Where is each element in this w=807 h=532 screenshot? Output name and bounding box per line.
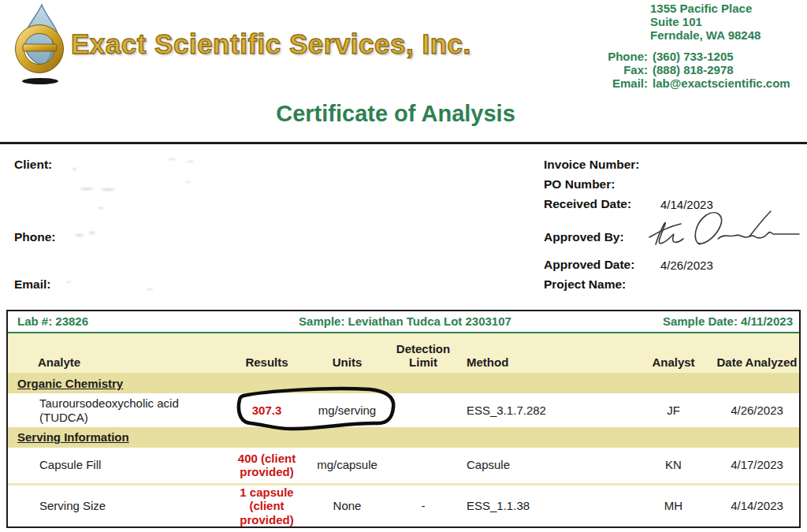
company-name: Exact Scientific Services, Inc.: [71, 28, 471, 60]
method-cell: Capsule: [457, 458, 632, 472]
analyst-cell: JF: [632, 404, 715, 418]
units-column-header: Units: [305, 355, 389, 369]
fax-row: Fax: (888) 818-2978: [582, 63, 790, 76]
po-number-label: PO Number:: [544, 177, 615, 192]
analyst-cell: KN: [632, 458, 715, 472]
detection-limit-cell: -: [389, 499, 457, 513]
analyte-column-header: Analyte: [8, 355, 229, 369]
sample-date: Sample Date: 4/11/2023: [556, 314, 799, 328]
section-header-organic-chemistry: Organic Chemistry: [8, 373, 799, 393]
lab-number: Lab #: 23826: [8, 314, 254, 328]
company-contact-block: Phone: (360) 733-1205 Fax: (888) 818-297…: [582, 50, 790, 90]
approved-date-label: Approved Date:: [544, 258, 634, 272]
page-title: Certificate of Analysis: [0, 101, 791, 127]
redaction-smudge: [76, 234, 84, 236]
sample-name: Sample: Leviathan Tudca Lot 2303107: [254, 314, 556, 328]
analyst-column-header: Analyst: [632, 355, 715, 369]
company-address: 1355 Pacific Place Suite 101 Ferndale, W…: [650, 2, 761, 42]
analyte-cell: Capsule Fill: [8, 458, 229, 472]
fax-value: (888) 818-2978: [653, 63, 734, 76]
results-column-header: Results: [229, 355, 305, 369]
exact-scientific-logo-icon: [11, 3, 74, 85]
address-line1: 1355 Pacific Place: [650, 2, 761, 15]
table-row-serving-size: Serving Size 1 capsule (client provided)…: [8, 483, 799, 526]
method-cell: ESS_1.1.38: [457, 499, 632, 513]
redaction-smudge: [89, 232, 95, 234]
certificate-of-analysis-page: Exact Scientific Services, Inc. 1355 Pac…: [0, 0, 807, 532]
email-value: lab@exactscientific.com: [653, 76, 790, 90]
section-header-serving-information: Serving Information: [8, 427, 799, 448]
analyst-cell: MH: [632, 499, 715, 513]
redaction-smudge: [73, 168, 76, 170]
redaction-smudge: [66, 281, 71, 283]
project-name-label: Project Name:: [544, 277, 626, 292]
column-header-row: Analyte Results Units Detection Limit Me…: [8, 333, 799, 374]
client-phone-label: Phone:: [14, 230, 56, 244]
approval-signature-icon: [645, 203, 802, 262]
sample-info-row: Lab #: 23826 Sample: Leviathan Tudca Lot…: [8, 311, 799, 333]
redaction-smudge: [147, 288, 153, 290]
redaction-smudge: [186, 181, 191, 183]
units-cell: None: [305, 499, 389, 513]
results-table: Lab #: 23826 Sample: Leviathan Tudca Lot…: [6, 310, 801, 528]
section-label: Serving Information: [17, 430, 129, 444]
email-row: Email: lab@exactscientific.com: [582, 76, 790, 90]
analyte-cell: Serving Size: [8, 499, 229, 513]
date-analyzed-cell: 4/17/2023: [715, 458, 799, 472]
units-cell: mg/capsule: [305, 458, 389, 472]
result-highlight-circle-icon: [231, 383, 403, 435]
redaction-smudge: [80, 188, 93, 190]
date-analyzed-cell: 4/14/2023: [715, 499, 799, 513]
results-cell: 1 capsule (client provided): [229, 485, 305, 526]
table-row-capsule-fill: Capsule Fill 400 (client provided) mg/ca…: [8, 448, 799, 484]
address-line3: Ferndale, WA 98248: [650, 28, 761, 42]
fax-label: Fax:: [582, 63, 648, 76]
date-analyzed-cell: 4/26/2023: [715, 404, 799, 418]
phone-label: Phone:: [582, 50, 648, 63]
invoice-number-label: Invoice Number:: [544, 158, 639, 172]
redaction-smudge: [168, 158, 176, 160]
client-email-label: Email:: [14, 277, 51, 292]
section-label: Organic Chemistry: [17, 377, 123, 390]
approved-by-label: Approved By:: [544, 230, 624, 244]
phone-row: Phone: (360) 733-1205: [582, 50, 790, 63]
date-analyzed-column-header: Date Analyzed: [715, 355, 799, 369]
client-label: Client:: [14, 158, 52, 172]
redaction-smudge: [98, 207, 104, 209]
detection-limit-column-header: Detection Limit: [389, 342, 457, 370]
redaction-smudge: [188, 161, 194, 162]
address-line2: Suite 101: [650, 15, 761, 28]
analyte-cell: Tauroursodeoxycholic acid (TUDCA): [8, 396, 229, 425]
method-cell: ESS_3.1.7.282: [457, 404, 632, 418]
redaction-smudge: [101, 188, 115, 191]
results-cell: 400 (client provided): [229, 452, 305, 479]
table-row-tudca: Tauroursodeoxycholic acid (TUDCA) 307.3 …: [8, 393, 799, 427]
received-date-label: Received Date:: [544, 197, 631, 211]
email-label: Email:: [582, 76, 648, 90]
method-column-header: Method: [457, 355, 632, 369]
header-divider: [0, 142, 807, 144]
phone-value: (360) 733-1205: [653, 50, 734, 63]
